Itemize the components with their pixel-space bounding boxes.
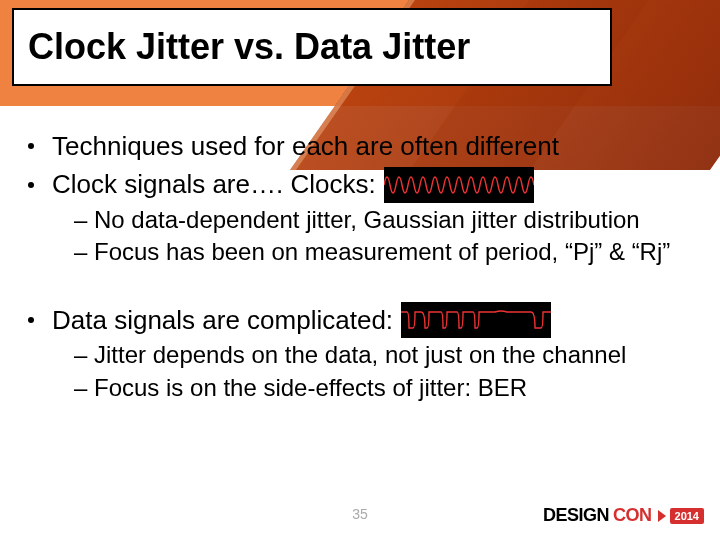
logo-triangle-icon [658, 510, 666, 522]
slide-content: Techniques used for each are often diffe… [0, 126, 720, 403]
bullet-3-text: Data signals are complicated: [52, 304, 393, 337]
bullet-dot-icon [28, 182, 34, 188]
bullet-3: Data signals are complicated: [14, 302, 706, 338]
bullet-2: Clock signals are…. Clocks: [14, 167, 706, 203]
bullet-dot-icon [28, 317, 34, 323]
bullet-dot-icon [28, 143, 34, 149]
conference-logo: DESIGNCON 2014 [543, 505, 704, 526]
logo-text-design: DESIGN [543, 505, 609, 526]
bullet-2-sub-1: – No data-dependent jitter, Gaussian jit… [74, 205, 706, 236]
title-box: Clock Jitter vs. Data Jitter [12, 8, 612, 86]
header-band: Clock Jitter vs. Data Jitter [0, 0, 720, 106]
logo-year-badge: 2014 [670, 508, 704, 524]
bullet-1-text: Techniques used for each are often diffe… [52, 130, 559, 163]
bullet-3-sub-2: – Focus is on the side-effects of jitter… [74, 373, 706, 404]
logo-text-con: CON [613, 505, 652, 526]
slide-title: Clock Jitter vs. Data Jitter [28, 26, 470, 68]
bullet-3-sub-1: – Jitter depends on the data, not just o… [74, 340, 706, 371]
bullet-2-text: Clock signals are…. Clocks: [52, 168, 376, 201]
data-waveform-image [401, 302, 551, 338]
clock-waveform-image [384, 167, 534, 203]
footer: 35 DESIGNCON 2014 [0, 492, 720, 532]
bullet-2-sub-2: – Focus has been on measurement of perio… [74, 237, 706, 268]
bullet-1: Techniques used for each are often diffe… [14, 130, 706, 163]
page-number: 35 [352, 506, 368, 522]
